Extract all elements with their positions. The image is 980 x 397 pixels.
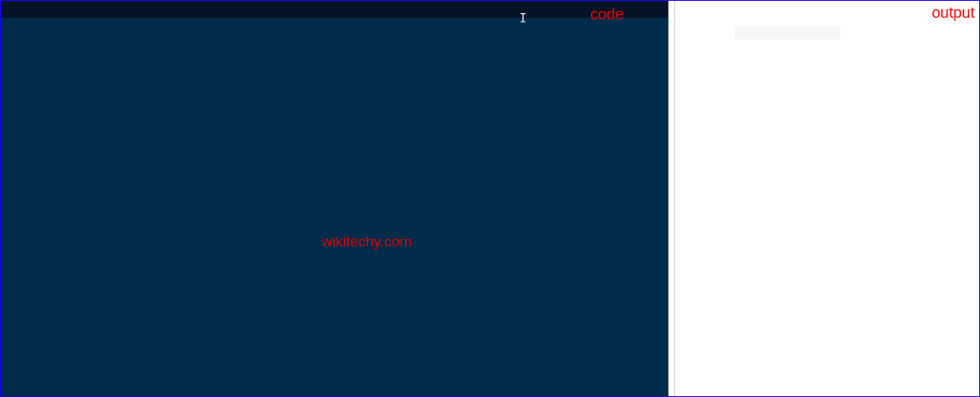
- code-titlebar: [1, 1, 668, 18]
- output-placeholder-row: [735, 27, 840, 39]
- code-editor[interactable]: [1, 18, 668, 396]
- output-panel: output: [675, 1, 979, 396]
- panel-label-output: output: [931, 4, 975, 22]
- pane-splitter[interactable]: [668, 1, 675, 396]
- code-panel: code I wikitechy.com: [1, 1, 668, 396]
- app-root: code I wikitechy.com output: [0, 0, 980, 397]
